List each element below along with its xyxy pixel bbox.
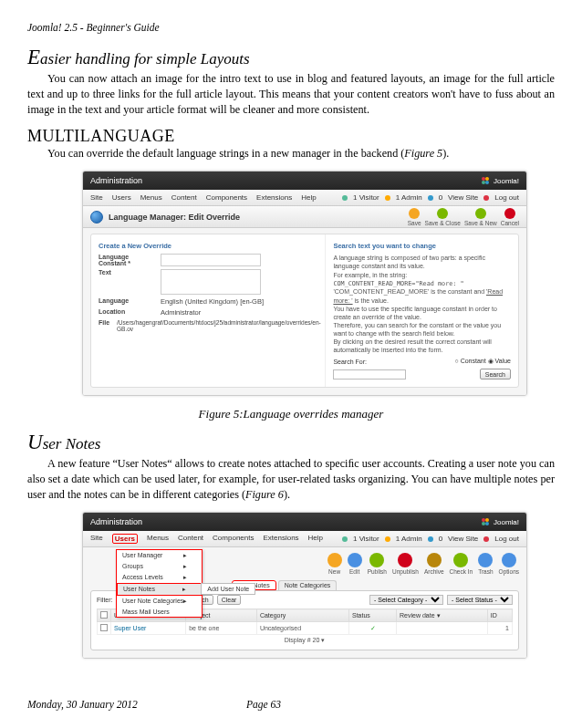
dd-user-note-categories[interactable]: User Note Categories▸ xyxy=(117,596,202,607)
toolbar-save[interactable]: Save xyxy=(408,208,421,226)
cell-category: Uncategorised xyxy=(256,622,348,635)
dd-access-levels[interactable]: Access Levels▸ xyxy=(117,572,202,583)
tab-note-categories[interactable]: Note Categories xyxy=(278,580,338,590)
tb-trash[interactable]: Trash xyxy=(478,553,493,575)
menu-site[interactable]: Site xyxy=(90,534,103,544)
footer-page: Page 63 xyxy=(246,699,281,710)
tb-unpublish[interactable]: Unpublish xyxy=(392,553,419,575)
table-row: Super User be the one Uncategorised ✓ 1 xyxy=(98,622,513,635)
admin-icon xyxy=(385,195,390,201)
users-dropdown: User Manager▸ Groups▸ Access Levels▸ Use… xyxy=(116,549,203,618)
publish-icon xyxy=(369,553,384,567)
page-header: Joomla! 2.5 - Beginner's Guide xyxy=(27,22,555,33)
svg-point-0 xyxy=(482,177,485,181)
row-checkbox[interactable] xyxy=(100,624,108,631)
new-icon xyxy=(327,553,342,567)
create-override-header: Create a New Override xyxy=(99,242,317,250)
page-title: Language Manager: Edit Override xyxy=(109,213,240,222)
menu-content[interactable]: Content xyxy=(178,534,203,544)
menu-users-open[interactable]: Users xyxy=(112,534,138,544)
search-input[interactable] xyxy=(333,369,406,380)
archive-icon xyxy=(427,553,442,567)
dd-user-notes[interactable]: User Notes▸ Add User Note xyxy=(117,583,202,596)
menu-extensions[interactable]: Extensions xyxy=(263,534,298,544)
tb-edit[interactable]: Edit xyxy=(348,553,362,575)
msg-icon xyxy=(428,536,433,542)
language-value: English (United Kingdom) [en-GB] xyxy=(161,297,264,306)
joomla-icon xyxy=(481,176,490,185)
tb-options[interactable]: Options xyxy=(499,553,519,575)
view-site-link[interactable]: View Site xyxy=(448,193,478,202)
logout-icon xyxy=(483,536,489,542)
cell-user[interactable]: Super User xyxy=(111,622,186,635)
dd-user-manager[interactable]: User Manager▸ xyxy=(117,550,202,561)
visitors-icon xyxy=(342,195,348,201)
col-category[interactable]: Category xyxy=(256,609,348,622)
svg-point-7 xyxy=(485,522,489,525)
heading-user-notes: User Notes xyxy=(27,431,555,454)
admin-icon xyxy=(385,536,390,542)
edit-icon xyxy=(348,553,362,567)
visitors-icon xyxy=(342,536,348,542)
dd-mass-mail[interactable]: Mass Mail Users xyxy=(117,607,202,617)
tb-checkin[interactable]: Check In xyxy=(450,553,473,575)
menu-components[interactable]: Components xyxy=(206,193,247,202)
col-id[interactable]: ID xyxy=(487,609,512,622)
joomla-icon xyxy=(481,517,490,526)
globe-icon xyxy=(90,211,103,224)
options-icon xyxy=(502,553,516,567)
svg-point-6 xyxy=(482,522,485,525)
main-menubar-6: Site Users Menus Content Components Exte… xyxy=(83,531,526,547)
search-button[interactable]: Search xyxy=(480,369,511,380)
select-category[interactable]: - Select Category - xyxy=(369,595,443,605)
page-titlebar: Language Manager: Edit Override Save Sav… xyxy=(83,206,526,228)
joomla-brand: Joomla! xyxy=(481,176,519,185)
tb-publish[interactable]: Publish xyxy=(368,553,387,575)
menu-extensions[interactable]: Extensions xyxy=(256,193,292,202)
dd-add-user-note[interactable]: Add User Note xyxy=(201,583,255,595)
col-review[interactable]: Review date ▾ xyxy=(397,609,488,622)
text-input[interactable] xyxy=(161,269,261,295)
cell-status[interactable]: ✓ xyxy=(349,622,397,635)
menu-help[interactable]: Help xyxy=(308,534,323,544)
radio-value[interactable]: Value xyxy=(495,358,511,364)
para-easier-layouts: You can now attach an image for the intr… xyxy=(27,71,555,118)
menu-right: 1 Visitor 1 Admin 0 View Site Log out xyxy=(342,193,519,202)
cell-id: 1 xyxy=(487,622,512,635)
menu-components[interactable]: Components xyxy=(213,534,254,544)
constant-input[interactable] xyxy=(161,254,261,266)
select-status[interactable]: - Select Status - xyxy=(447,595,513,605)
logout-link[interactable]: Log out xyxy=(494,535,519,543)
dd-groups[interactable]: Groups▸ xyxy=(117,561,202,572)
tb-new[interactable]: New xyxy=(327,553,342,575)
menu-menus[interactable]: Menus xyxy=(140,193,162,202)
view-site-link[interactable]: View Site xyxy=(448,535,478,543)
para-user-notes: A new feature “User Notes“ allows to cre… xyxy=(27,456,555,503)
col-status[interactable]: Status xyxy=(349,609,397,622)
toolbar-save-new[interactable]: Save & New xyxy=(464,208,497,226)
joomla-brand-6: Joomla! xyxy=(481,517,519,526)
menu-users[interactable]: Users xyxy=(112,193,131,202)
tb-archive[interactable]: Archive xyxy=(424,553,444,575)
msg-icon xyxy=(428,195,433,201)
menu-menus[interactable]: Menus xyxy=(147,534,169,544)
toolbar-cancel[interactable]: Cancel xyxy=(501,208,519,226)
radio-constant[interactable]: Constant xyxy=(461,358,486,364)
clear-button[interactable]: Clear xyxy=(217,595,242,605)
footer-date: Monday, 30 January 2012 xyxy=(27,699,138,710)
display-pager[interactable]: Display # 20 ▾ xyxy=(97,635,513,646)
page-footer: Monday, 30 January 2012 Page 63 xyxy=(27,699,555,710)
file-value: /Users/hagengraf/Documents/htdocs/j25/ad… xyxy=(117,319,321,332)
menu-content[interactable]: Content xyxy=(171,193,197,202)
heading-multilanguage: MULTILANGUAGE xyxy=(27,127,555,146)
col-checkbox[interactable] xyxy=(98,609,111,622)
menu-help[interactable]: Help xyxy=(301,193,316,202)
menu-left: Site Users Menus Content Components Exte… xyxy=(90,193,317,202)
admin-titlebar-6: Administration Joomla! xyxy=(83,513,526,531)
toolbar-save-close[interactable]: Save & Close xyxy=(425,208,461,226)
svg-point-4 xyxy=(482,518,485,522)
admin-titlebar: Administration Joomla! xyxy=(83,172,526,190)
figure5-screenshot: Administration Joomla! Site Users Menus … xyxy=(82,171,527,396)
logout-link[interactable]: Log out xyxy=(494,193,519,202)
menu-site[interactable]: Site xyxy=(90,193,103,202)
